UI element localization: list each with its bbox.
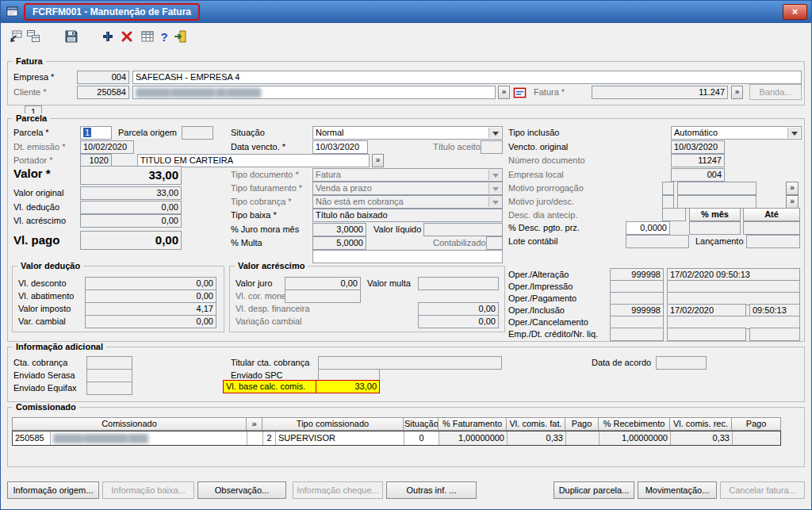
emp-credito-data-field <box>667 328 746 341</box>
motivo-juro-field <box>677 195 756 209</box>
motivo-prorrogacao-code-field <box>662 182 674 195</box>
motivo-juro-lookup-button[interactable]: » <box>786 195 799 209</box>
vl-base-calc-field: 33,00 <box>316 380 380 393</box>
fatura-lookup-button[interactable]: » <box>731 86 743 99</box>
var-cambial-label: Var. cambial <box>18 316 66 327</box>
outras-inf-button[interactable]: Outras inf. ... <box>386 481 477 499</box>
col-header-pct-faturamento: % Faturamento <box>439 417 507 431</box>
row-expand-cell <box>247 431 263 445</box>
vl-cor-monetaria-field <box>285 290 361 303</box>
parcela-group-label: Parcela <box>13 113 50 124</box>
comissionado-table-row[interactable]: 250585 ██████ █████████ ████ 2 SUPERVISO… <box>12 431 781 446</box>
row-pct-recebimento-cell: 1,00000000 <box>599 431 671 445</box>
variacao-cambial-field: 0,00 <box>418 315 499 328</box>
portador-lookup-button[interactable]: » <box>372 154 384 167</box>
emp-credito-liq-field <box>749 328 800 341</box>
motivo-prorrogacao-lookup-button[interactable]: » <box>786 182 799 195</box>
col-header-pct-recebimento: % Recebimento <box>599 417 670 431</box>
col-header-vl-comis-fat: Vl. comis. fat. <box>507 417 565 431</box>
ate-cell <box>743 221 800 235</box>
vl-pago-field: 0,00 <box>80 231 182 250</box>
valor-liquido-label: Valor líquido <box>373 224 421 235</box>
col-header-comissionado: Comissionado <box>12 417 247 431</box>
vl-desconto-label: Vl. desconto <box>18 278 67 289</box>
cliente-name-field[interactable]: ███████ █████████ ██ ███████ <box>132 86 496 99</box>
vl-abatimento-field: 0,00 <box>85 290 216 303</box>
lote-contabil-label: Lote contábil <box>508 236 557 247</box>
cancelar-fatura-button: Cancelar fatura... <box>720 481 805 499</box>
enviado-serasa-label: Enviado Serasa <box>13 370 75 381</box>
contabilizado-label: Contabilizado <box>433 238 486 248</box>
informacao-origem-button[interactable]: Informação origem... <box>7 481 99 499</box>
dt-emissao-field: 10/02/2020 <box>80 140 134 154</box>
export-icon[interactable] <box>8 29 24 44</box>
desc-pgto-field[interactable]: 0,0000 <box>626 221 670 235</box>
contabilizado-field <box>486 236 503 250</box>
export-new-icon[interactable] <box>25 29 41 44</box>
oper-impressao-label: Oper./Impressão <box>508 282 573 292</box>
empresa-local-label: Empresa local <box>508 170 564 180</box>
vl-abatimento-label: Vl. abatimento <box>18 291 74 301</box>
tipo-baixa-field: Título não baixado <box>312 209 503 222</box>
cliente-card-icon[interactable] <box>512 86 527 99</box>
valor-liquido-field <box>423 223 503 236</box>
lancamento-label: Lançamento <box>695 236 744 247</box>
oper-cancelamento-label: Oper./Cancelamento <box>508 317 588 328</box>
juro-mora-label: % Juro mora mês <box>231 224 299 235</box>
add-icon[interactable] <box>100 29 116 44</box>
valor-acrescimo-group-label: Valor acréscimo <box>235 261 308 271</box>
titular-field <box>318 356 502 370</box>
vl-deducao-field: 0,00 <box>80 201 182 214</box>
empresa-name-field[interactable]: SAFECASH - EMPRESA 4 <box>132 71 802 84</box>
cta-cobranca-field <box>86 356 132 370</box>
info-adicional-group-label: Informação adicional <box>13 342 106 352</box>
delete-icon[interactable] <box>119 29 135 44</box>
parcela-label: Parcela * <box>13 128 49 138</box>
oper-alteracao-label: Oper./Alteração <box>508 270 569 280</box>
tipo-inclusao-label: Tipo inclusão <box>508 128 559 138</box>
situacao-select[interactable]: Normal <box>312 126 503 140</box>
vl-desp-financeira-label: Vl. desp. financeira <box>236 304 310 314</box>
data-acordo-field <box>656 356 707 370</box>
movimentacao-button[interactable]: Movimentação... <box>638 481 717 499</box>
duplicar-parcela-button[interactable]: Duplicar parcela... <box>553 481 634 499</box>
enviado-equifax-field <box>86 382 132 395</box>
comissionado-group-label: Comissionado <box>13 402 79 412</box>
valor-deducao-group-label: Valor dedução <box>17 261 83 271</box>
dropdown-arrow-icon <box>488 128 501 138</box>
multa-label: % Multa <box>231 238 262 248</box>
juro-mora-field: 3,0000 <box>312 223 366 236</box>
annotation-box: FCRFM001 - Manutenção de Fatura <box>24 3 200 21</box>
lote-contabil-field <box>626 235 689 248</box>
fatura-number-label: Fatura * <box>534 87 565 98</box>
empresa-label: Empresa * <box>13 72 54 82</box>
vl-desconto-field: 0,00 <box>85 277 216 290</box>
vl-desp-financeira-field: 0,00 <box>418 302 499 316</box>
parcela-field[interactable]: 1 <box>80 126 112 140</box>
numero-documento-label: Número documento <box>508 155 585 166</box>
observacao-button[interactable]: Observação... <box>197 481 286 499</box>
tipo-inclusao-select[interactable]: Automático <box>671 126 802 140</box>
motivo-prorrogacao-label: Motivo prorrogação <box>508 183 584 194</box>
save-icon[interactable] <box>63 29 79 44</box>
comissionado-expand-button[interactable]: » <box>247 417 262 431</box>
row-pago-fat-cell <box>566 431 599 445</box>
exit-icon[interactable] <box>172 29 188 44</box>
tipo-cobranca-select: Não está em cobrança <box>312 195 503 209</box>
nosso-numero-field[interactable] <box>312 250 503 263</box>
fatura-group-label: Fatura <box>13 56 46 67</box>
data-vencto-field[interactable]: 10/03/2020 <box>312 140 368 154</box>
row-nome-cell: ██████ █████████ ████ <box>51 431 247 445</box>
col-header-pago-rec: Pago <box>732 417 781 431</box>
informacao-cheque-button: Informação cheque... <box>293 481 383 499</box>
row-situacao-cell: 0 <box>404 431 439 445</box>
dropdown-arrow-icon <box>787 128 800 138</box>
grid-icon[interactable] <box>140 29 155 44</box>
close-button[interactable]: × <box>783 4 807 20</box>
desc-dia-antecip-field <box>662 208 686 221</box>
cliente-lookup-button[interactable]: » <box>498 86 510 99</box>
ate-header-cell: Até <box>743 208 800 221</box>
help-icon[interactable]: ? <box>156 29 172 44</box>
tipo-cobranca-label: Tipo cobrança * <box>231 197 292 207</box>
vl-acrescimo-label: Vl. acréscimo <box>13 216 66 226</box>
